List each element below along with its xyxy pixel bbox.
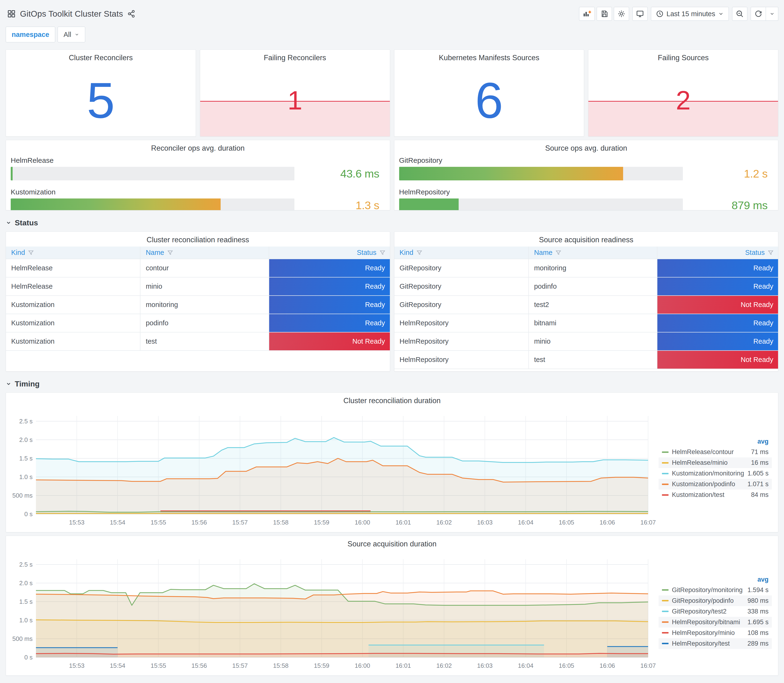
legend-avg-header[interactable]: avg bbox=[659, 574, 772, 585]
stat-panel: Failing Reconcilers1 bbox=[200, 50, 390, 136]
table-title[interactable]: Source acquisition readiness bbox=[394, 232, 778, 247]
refresh-button[interactable] bbox=[751, 7, 766, 21]
time-range-picker[interactable]: Last 15 minutes bbox=[651, 7, 729, 21]
legend-item[interactable]: Kustomization/podinfo1.071 s bbox=[659, 479, 772, 489]
stat-panel-title[interactable]: Failing Reconcilers bbox=[200, 50, 390, 64]
filter-icon[interactable] bbox=[768, 250, 774, 256]
column-header-status[interactable]: Status bbox=[657, 247, 778, 259]
chart-plot: 0 s500 ms1.0 s1.5 s2.0 s2.5 s15:5315:541… bbox=[6, 406, 657, 530]
stat-panel-title[interactable]: Cluster Reconcilers bbox=[6, 50, 196, 64]
cell-status: Ready bbox=[657, 277, 778, 295]
legend-series-avg: 16 ms bbox=[751, 459, 768, 467]
legend-item[interactable]: GitRepository/podinfo980 ms bbox=[659, 595, 772, 606]
stat-value: 6 bbox=[475, 75, 503, 126]
legend-color-dash bbox=[662, 632, 669, 633]
chart-title[interactable]: Source acquisition duration bbox=[6, 536, 778, 550]
stat-value-wrap: 2 bbox=[588, 64, 778, 136]
legend-item[interactable]: HelmRepository/minio108 ms bbox=[659, 628, 772, 638]
filter-icon[interactable] bbox=[416, 250, 422, 256]
x-axis-tick: 15:57 bbox=[232, 662, 248, 669]
chart-title[interactable]: Cluster reconciliation duration bbox=[6, 393, 778, 406]
stat-panel-title[interactable]: Kubernetes Manifests Sources bbox=[394, 50, 584, 64]
variable-namespace-select[interactable]: All bbox=[58, 27, 85, 42]
x-axis-tick: 16:04 bbox=[518, 662, 533, 669]
legend-series-name: GitRepository/monitoring bbox=[672, 586, 744, 594]
cell-status: Not Ready bbox=[657, 351, 778, 369]
time-range-label: Last 15 minutes bbox=[667, 10, 715, 18]
section-timing-label: Timing bbox=[15, 380, 40, 388]
section-status[interactable]: Status bbox=[6, 218, 778, 228]
y-axis-tick: 1.0 s bbox=[19, 617, 33, 624]
column-header-status[interactable]: Status bbox=[269, 247, 390, 259]
y-axis-tick: 500 ms bbox=[12, 635, 33, 642]
table-row: HelmReleaseminioReady bbox=[6, 277, 390, 295]
x-axis-tick: 16:04 bbox=[518, 519, 533, 526]
save-dashboard-button[interactable] bbox=[597, 7, 612, 21]
refresh-interval-button[interactable] bbox=[766, 7, 778, 21]
column-header-name[interactable]: Name bbox=[140, 247, 269, 259]
legend-item[interactable]: HelmRepository/test289 ms bbox=[659, 638, 772, 649]
chart-panel-cluster-reconciliation: Cluster reconciliation duration0 s500 ms… bbox=[6, 393, 778, 532]
chevron-down-icon bbox=[74, 32, 79, 37]
bar-gauge-fill bbox=[399, 167, 623, 180]
gauges-row: Reconciler ops avg. durationHelmRelease4… bbox=[6, 140, 778, 210]
cell-status: Ready bbox=[269, 277, 390, 295]
stat-panel: Kubernetes Manifests Sources6 bbox=[394, 50, 584, 136]
filter-icon[interactable] bbox=[28, 250, 34, 256]
bar-gauge-value: 1.3 s bbox=[294, 199, 379, 210]
cell-status: Ready bbox=[657, 332, 778, 351]
chart-svg: 0 s500 ms1.0 s1.5 s2.0 s2.5 s15:5315:541… bbox=[7, 406, 657, 528]
x-axis-tick: 16:00 bbox=[354, 662, 370, 669]
y-axis-tick: 2.0 s bbox=[19, 579, 33, 587]
bar-gauge-track bbox=[399, 167, 683, 180]
legend-avg-header[interactable]: avg bbox=[659, 436, 772, 447]
table-panel: Cluster reconciliation readinessKindName… bbox=[6, 232, 390, 372]
bar-gauge-title[interactable]: Reconciler ops avg. duration bbox=[6, 140, 390, 155]
legend-series-avg: 1.605 s bbox=[747, 470, 768, 477]
settings-button[interactable] bbox=[614, 7, 629, 21]
legend-item[interactable]: GitRepository/test2338 ms bbox=[659, 606, 772, 617]
legend-series-avg: 71 ms bbox=[751, 448, 768, 456]
filter-icon[interactable] bbox=[167, 250, 173, 256]
legend-item[interactable]: Kustomization/monitoring1.605 s bbox=[659, 468, 772, 479]
add-panel-button[interactable] bbox=[579, 7, 595, 21]
legend-item[interactable]: HelmRelease/contour71 ms bbox=[659, 447, 772, 457]
bar-gauge-value: 1.2 s bbox=[683, 167, 768, 180]
cell-kind: GitRepository bbox=[394, 277, 529, 295]
legend-series-avg: 84 ms bbox=[751, 491, 768, 499]
column-header-name[interactable]: Name bbox=[529, 247, 657, 259]
table-title[interactable]: Cluster reconciliation readiness bbox=[6, 232, 390, 247]
stat-panel-title[interactable]: Failing Sources bbox=[588, 50, 778, 64]
chart-legend: avgGitRepository/monitoring1.594 sGitRep… bbox=[657, 550, 778, 673]
cell-name: test bbox=[140, 332, 269, 351]
table-row: KustomizationmonitoringReady bbox=[6, 295, 390, 314]
column-header-kind[interactable]: Kind bbox=[6, 247, 140, 259]
x-axis-tick: 16:01 bbox=[396, 662, 411, 669]
dashboard-icon[interactable] bbox=[7, 10, 16, 18]
bar-gauge-title[interactable]: Source ops avg. duration bbox=[394, 140, 778, 155]
y-axis-tick: 1.5 s bbox=[19, 455, 33, 462]
table-row: HelmReleasecontourReady bbox=[6, 259, 390, 277]
legend-color-dash bbox=[662, 484, 669, 485]
dashboard-header: GitOps Toolkit Cluster Stats bbox=[0, 0, 784, 22]
bar-gauge-row: GitRepository1.2 s bbox=[399, 156, 768, 180]
legend-item[interactable]: GitRepository/monitoring1.594 s bbox=[659, 585, 772, 595]
column-header-kind[interactable]: Kind bbox=[394, 247, 529, 259]
legend-series-avg: 1.695 s bbox=[747, 619, 768, 626]
bar-gauge-fill bbox=[11, 199, 221, 210]
chevron-down-icon bbox=[6, 220, 11, 226]
legend-color-dash bbox=[662, 462, 669, 463]
legend-item[interactable]: HelmRelease/minio16 ms bbox=[659, 457, 772, 468]
tv-mode-button[interactable] bbox=[632, 7, 648, 21]
zoom-out-button[interactable] bbox=[732, 7, 747, 21]
cell-name: minio bbox=[140, 277, 269, 295]
legend-item[interactable]: HelmRepository/bitnami1.695 s bbox=[659, 617, 772, 628]
x-axis-tick: 16:05 bbox=[559, 662, 574, 669]
status-badge: Ready bbox=[269, 277, 390, 295]
share-icon[interactable] bbox=[127, 10, 135, 18]
legend-item[interactable]: Kustomization/test84 ms bbox=[659, 489, 772, 500]
cell-name: bitnami bbox=[529, 314, 657, 332]
filter-icon[interactable] bbox=[379, 250, 386, 256]
filter-icon[interactable] bbox=[555, 250, 561, 256]
section-timing[interactable]: Timing bbox=[6, 378, 778, 389]
